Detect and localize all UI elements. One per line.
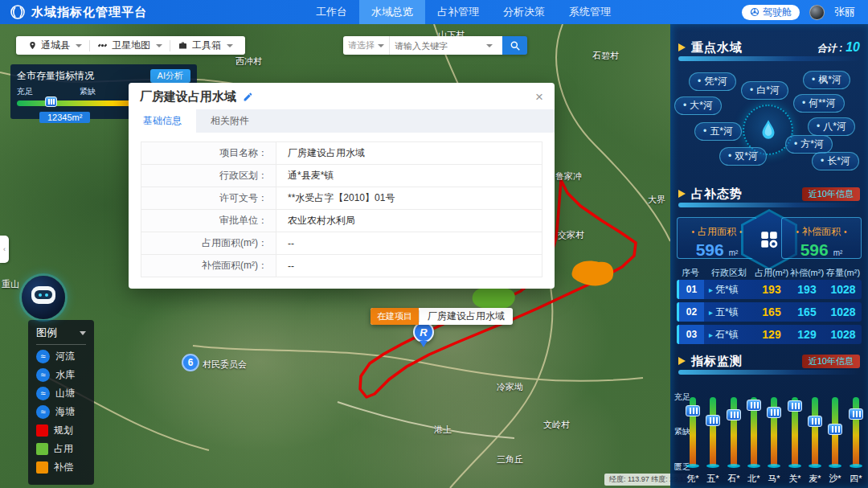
region-label: 通城县 (41, 39, 70, 52)
level-marker[interactable] (727, 409, 741, 420)
edit-icon[interactable] (243, 92, 253, 102)
river-pill[interactable]: •方*河 (785, 135, 833, 154)
project-pin[interactable]: R (413, 322, 434, 347)
bullet-icon: • (698, 76, 701, 87)
river-pill[interactable]: •双*河 (719, 147, 767, 166)
field-value: -- (276, 232, 542, 255)
map-toolbar: 通城县 卫星地图 工具箱 (16, 36, 245, 55)
monitor-bar (853, 397, 859, 466)
stock-slider-handle[interactable] (45, 96, 57, 107)
search-category-select[interactable]: 请选择 (343, 36, 390, 55)
row-occupied: 193 (754, 283, 789, 296)
app-root: 山下村西冲村石碧村鲁家冲大界交家村冷家坳文岭村港上三角丘重山村民委员会 6 R … (0, 0, 868, 488)
level-marker[interactable] (849, 408, 863, 420)
river-pill[interactable]: •枫*河 (803, 71, 850, 89)
steering-wheel-icon (750, 7, 760, 17)
search-button[interactable] (502, 36, 527, 55)
field-value: 厂房建设占用水域 (276, 142, 542, 165)
modal-tab[interactable]: 相关附件 (196, 109, 264, 133)
monitor-title: 指标监测 (691, 354, 743, 369)
level-marker[interactable] (686, 405, 700, 416)
compensated-value: 596 (800, 240, 829, 259)
region-select[interactable]: 通城县 (21, 39, 89, 52)
search-input[interactable] (395, 41, 485, 51)
cockpit-button[interactable]: 驾驶舱 (742, 5, 800, 20)
legend-item[interactable]: ≈山塘 (36, 387, 86, 400)
map-search: 请选择 (343, 36, 527, 55)
nav-item[interactable]: 系统管理 (557, 0, 623, 24)
legend-item[interactable]: 规划 (36, 424, 86, 437)
level-marker[interactable] (808, 416, 822, 427)
user-name[interactable]: 张丽 (834, 5, 855, 19)
modal-tab[interactable]: 基础信息 (129, 109, 196, 133)
blocks-icon (759, 229, 780, 250)
map-label: 港上 (434, 424, 452, 436)
field-value: 通*县麦*镇 (276, 165, 542, 187)
补偿-icon (36, 461, 48, 474)
ai-analysis-button[interactable]: AI分析 (150, 69, 190, 83)
robot-face-icon (31, 286, 55, 304)
close-icon[interactable]: × (535, 90, 543, 104)
search-category-value: 请选择 (348, 39, 375, 51)
basemap-select[interactable]: 卫星地图 (90, 39, 170, 52)
nav-right: 驾驶舱 张丽 (742, 5, 855, 20)
toolbox-select[interactable]: 工具箱 (170, 39, 240, 52)
legend-item[interactable]: 占用 (36, 442, 86, 456)
level-marker[interactable] (747, 400, 761, 411)
table-row[interactable]: 03▸石*镇1291291028 (677, 325, 862, 344)
collapse-arrow-icon[interactable] (80, 331, 86, 335)
occupied-unit: m² (729, 248, 739, 257)
modal-tabs: 基础信息相关附件 (129, 109, 555, 133)
legend-items: ≈河流≈水库≈山塘≈海塘规划占用补偿 (36, 350, 86, 474)
river-pill[interactable]: •八*河 (808, 117, 855, 136)
nav-item[interactable]: 工作台 (304, 0, 359, 24)
river-pill[interactable]: •凭*河 (689, 72, 736, 91)
river-pill[interactable]: •五*河 (694, 122, 742, 141)
field-row: 补偿面积(m²)：-- (141, 255, 542, 277)
satellite-icon (97, 40, 108, 51)
balance-badge[interactable]: 近10年信息 (802, 187, 860, 201)
compensated-unit: m² (833, 248, 843, 257)
left-collapse-tab[interactable]: ‹ (0, 236, 9, 263)
project-callout[interactable]: 在建项目 厂房建设占用水域 (371, 308, 513, 325)
legend-item[interactable]: ≈海塘 (36, 405, 86, 419)
level-marker[interactable] (767, 407, 781, 418)
level-marker[interactable] (706, 415, 720, 426)
water-drop-icon (758, 118, 779, 142)
table-row[interactable]: 01▸凭*镇1931931028 (677, 280, 862, 299)
river-pill[interactable]: •何**河 (793, 94, 845, 113)
stock-value-badge: 12345m² (39, 112, 90, 123)
project-callout-name: 厂房建设占用水域 (420, 308, 513, 325)
nav-item[interactable]: 占补管理 (425, 0, 491, 24)
bullet-icon: • (750, 84, 753, 96)
cluster-marker[interactable]: 6 (182, 354, 199, 371)
river-pill[interactable]: •大*河 (674, 96, 722, 115)
chevron-down-icon (378, 44, 384, 47)
river-pill[interactable]: •长*河 (812, 152, 859, 170)
legend-panel: 图例 ≈河流≈水库≈山塘≈海塘规划占用补偿 (28, 320, 94, 485)
legend-title: 图例 (36, 326, 57, 340)
user-avatar[interactable] (809, 5, 825, 20)
compensated-area-stat: •补偿面积• 596m² (781, 217, 862, 259)
field-row: 许可文号：**水受占字【2010】01号 (141, 187, 542, 210)
table-row[interactable]: 02▸五*镇1651651028 (677, 302, 862, 322)
toolbox-label: 工具箱 (192, 39, 221, 52)
legend-item[interactable]: ≈河流 (36, 350, 86, 363)
field-row: 行政区划：通*县麦*镇 (141, 165, 542, 187)
monitor-badge[interactable]: 近10年信息 (802, 355, 860, 368)
level-marker[interactable] (828, 424, 842, 435)
level-marker[interactable] (788, 400, 802, 412)
legend-item[interactable]: ≈水库 (36, 368, 86, 382)
ai-assistant-avatar[interactable] (22, 276, 65, 319)
bullet-icon: • (802, 97, 805, 109)
nav-item[interactable]: 水域总览 (359, 0, 425, 24)
map-label: 三角丘 (497, 453, 523, 465)
chevron-down-icon (227, 44, 233, 47)
field-row: 占用面积(m²)：-- (141, 232, 542, 255)
river-pill[interactable]: •白*河 (741, 81, 788, 100)
occupied-value: 596 (696, 240, 724, 259)
legend-item[interactable]: 补偿 (36, 461, 86, 474)
nav-item[interactable]: 分析决策 (491, 0, 557, 24)
table-header-cell: 补偿(m²) (789, 267, 825, 279)
占用-icon (36, 443, 48, 455)
